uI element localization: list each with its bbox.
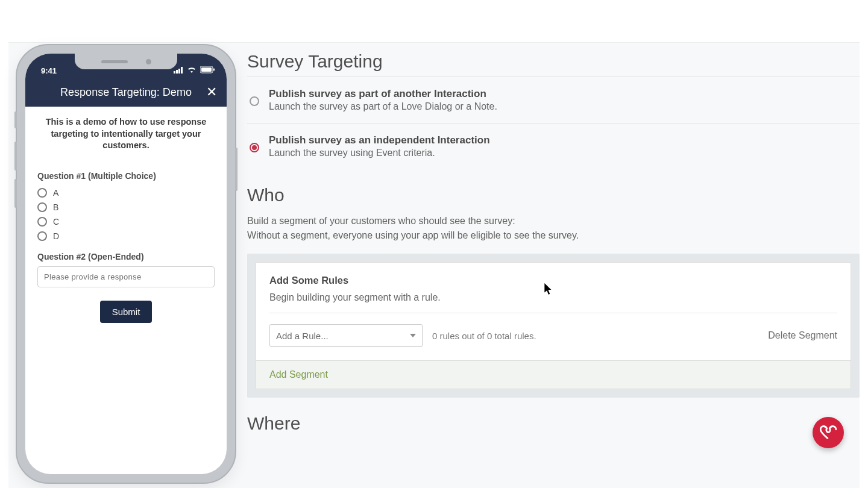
choice-option[interactable]: C	[37, 214, 215, 229]
who-section-desc: Build a segment of your customers who sh…	[247, 214, 860, 243]
phone-screen: 9:41 Response Targeting: D	[25, 54, 227, 474]
option-subtitle: Launch the survey as part of a Love Dial…	[269, 101, 497, 112]
select-label: Add a Rule...	[276, 331, 329, 341]
radio-icon	[37, 202, 47, 212]
segment-subtitle: Begin building your segment with a rule.	[269, 292, 837, 303]
battery-icon	[200, 66, 215, 75]
add-rule-select[interactable]: Add a Rule...	[269, 324, 423, 347]
choice-option[interactable]: A	[37, 186, 215, 200]
targeting-panel: Survey Targeting Publish survey as part …	[247, 43, 860, 488]
choice-label: B	[53, 202, 58, 212]
question-2-label: Question #2 (Open-Ended)	[37, 252, 215, 261]
segment-builder: Add Some Rules Begin building your segme…	[247, 254, 860, 398]
choice-option[interactable]: D	[37, 229, 215, 243]
heart-icon	[820, 424, 837, 441]
device-preview: 9:41 Response Targeting: D	[8, 43, 247, 488]
divider	[269, 313, 837, 313]
chevron-down-icon	[410, 334, 416, 337]
svg-rect-3	[181, 67, 183, 74]
segment-card: Add Some Rules Begin building your segme…	[256, 262, 851, 361]
phone-frame: 9:41 Response Targeting: D	[16, 44, 236, 484]
svg-rect-5	[201, 67, 212, 72]
survey-body: This is a demo of how to use response ta…	[25, 107, 227, 333]
close-icon[interactable]: ✕	[206, 86, 217, 99]
svg-rect-0	[174, 71, 175, 74]
radio-icon	[250, 143, 259, 152]
survey-header: Response Targeting: Demo ✕	[25, 78, 227, 107]
radio-icon	[37, 217, 47, 227]
page-title: Survey Targeting	[247, 49, 860, 77]
where-section-title: Where	[247, 413, 860, 434]
cursor-icon	[544, 283, 553, 295]
publish-option[interactable]: Publish survey as part of another Intera…	[247, 77, 860, 123]
svg-rect-1	[176, 70, 178, 74]
survey-intro: This is a demo of how to use response ta…	[37, 116, 215, 163]
radio-icon	[250, 96, 259, 106]
svg-rect-2	[178, 69, 180, 74]
who-section-title: Who	[247, 185, 860, 205]
signal-icon	[174, 66, 183, 75]
option-subtitle: Launch the survey using Event criteria.	[269, 148, 490, 158]
option-title: Publish survey as an independent Interac…	[269, 134, 490, 146]
choice-label: A	[53, 188, 58, 198]
option-title: Publish survey as part of another Intera…	[269, 88, 497, 100]
submit-button[interactable]: Submit	[100, 301, 153, 323]
radio-icon	[37, 231, 47, 241]
question-1-label: Question #1 (Multiple Choice)	[37, 171, 215, 181]
radio-icon	[37, 188, 47, 198]
delete-segment-button[interactable]: Delete Segment	[768, 330, 837, 341]
segment-title: Add Some Rules	[269, 275, 837, 286]
help-fab[interactable]	[813, 417, 844, 448]
phone-notch	[75, 54, 177, 69]
publish-option[interactable]: Publish survey as an independent Interac…	[247, 123, 860, 169]
choice-label: D	[53, 231, 59, 241]
svg-rect-6	[213, 69, 215, 71]
wifi-icon	[187, 66, 197, 75]
add-segment-button[interactable]: Add Segment	[256, 361, 851, 389]
phone-side-button	[14, 179, 17, 208]
phone-side-button	[14, 111, 17, 128]
rule-count-text: 0 rules out of 0 total rules.	[432, 331, 536, 341]
phone-side-button	[14, 142, 17, 170]
choice-label: C	[53, 217, 59, 227]
open-ended-input[interactable]	[37, 266, 215, 287]
choice-option[interactable]: B	[37, 200, 215, 214]
phone-side-button	[235, 148, 237, 191]
survey-header-title: Response Targeting: Demo	[60, 86, 192, 99]
